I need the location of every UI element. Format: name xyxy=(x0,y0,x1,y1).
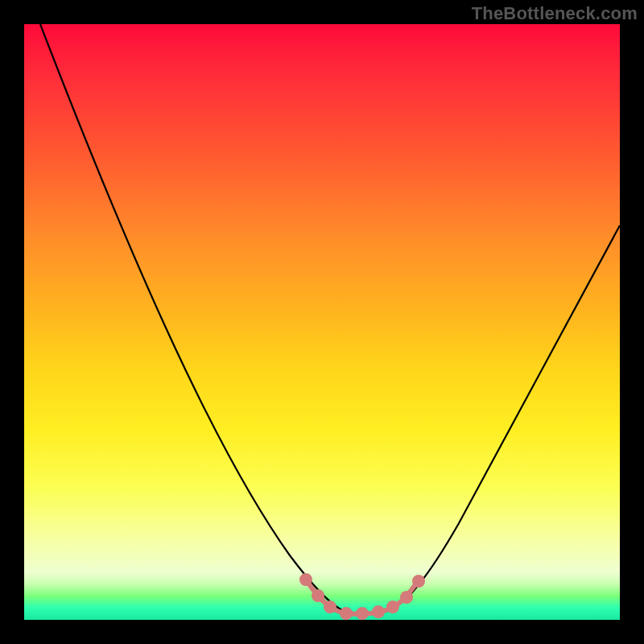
svg-point-5 xyxy=(374,608,382,616)
svg-point-7 xyxy=(402,593,411,601)
svg-point-2 xyxy=(326,603,334,611)
plot-area xyxy=(24,24,620,620)
chart-frame: TheBottleneck.com xyxy=(0,0,644,644)
svg-point-3 xyxy=(342,609,350,617)
svg-point-0 xyxy=(302,576,310,584)
watermark-text: TheBottleneck.com xyxy=(472,3,638,24)
svg-point-8 xyxy=(415,577,423,585)
highlight-band xyxy=(302,576,423,617)
bottleneck-curve xyxy=(40,24,620,614)
curve-layer xyxy=(24,24,620,620)
svg-point-1 xyxy=(314,592,322,600)
svg-point-4 xyxy=(358,609,366,617)
svg-point-6 xyxy=(389,603,397,611)
